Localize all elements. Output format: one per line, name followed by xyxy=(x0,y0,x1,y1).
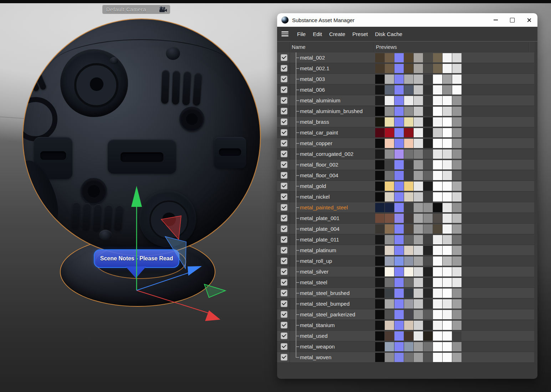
material-name[interactable]: metal_003 xyxy=(300,74,325,84)
material-name[interactable]: metal_painted_steel xyxy=(300,202,348,213)
material-row[interactable]: metal_woven xyxy=(277,352,534,363)
maximize-button[interactable] xyxy=(504,13,521,27)
row-checkbox[interactable] xyxy=(281,172,287,179)
material-row[interactable]: metal_006 xyxy=(277,85,534,95)
minimize-button[interactable] xyxy=(487,13,504,27)
menu-create[interactable]: Create xyxy=(326,31,349,37)
material-name[interactable]: metal_weapon xyxy=(300,341,335,352)
row-checkbox[interactable] xyxy=(281,354,287,361)
row-checkbox[interactable] xyxy=(281,193,287,200)
row-checkbox[interactable] xyxy=(281,343,287,350)
material-row[interactable]: metal_steel_parkerized xyxy=(277,309,534,320)
model-sphere[interactable] xyxy=(22,19,261,256)
material-name[interactable]: metal_corrugated_002 xyxy=(300,149,353,159)
close-button[interactable] xyxy=(521,13,537,27)
material-name[interactable]: metal_plate_004 xyxy=(300,224,340,234)
material-row[interactable]: metal_aluminium xyxy=(277,95,534,106)
material-name[interactable]: metal_floor_002 xyxy=(300,159,338,170)
material-row[interactable]: metal_002 xyxy=(277,52,534,63)
material-row[interactable]: metal_silver xyxy=(277,266,534,277)
material-row[interactable]: metal_steel_brushed xyxy=(277,288,534,299)
material-row[interactable]: metal_aluminium_brushed xyxy=(277,106,534,117)
material-row[interactable]: metal_copper xyxy=(277,138,534,149)
row-checkbox[interactable] xyxy=(281,76,287,82)
material-name[interactable]: metal_silver xyxy=(300,266,328,277)
row-checkbox[interactable] xyxy=(281,129,287,136)
row-checkbox[interactable] xyxy=(281,236,287,243)
material-name[interactable]: metal_002 xyxy=(300,52,325,63)
material-name[interactable]: metal_car_paint xyxy=(300,127,338,138)
row-checkbox[interactable] xyxy=(281,322,287,329)
menu-preset[interactable]: Preset xyxy=(349,31,371,37)
material-name[interactable]: metal_copper xyxy=(300,138,332,148)
material-name[interactable]: metal_floor_004 xyxy=(300,170,338,180)
row-checkbox[interactable] xyxy=(281,151,287,157)
hamburger-menu-icon[interactable] xyxy=(281,31,289,36)
material-row[interactable]: metal_plate_001 xyxy=(277,213,534,224)
camera-label[interactable]: Default Camera xyxy=(103,5,170,14)
material-name[interactable]: metal_woven xyxy=(300,352,331,362)
material-name[interactable]: metal_steel xyxy=(300,277,327,287)
material-row[interactable]: metal_steel xyxy=(277,277,534,288)
row-checkbox[interactable] xyxy=(281,247,287,254)
material-name[interactable]: metal_nickel xyxy=(300,192,330,202)
material-row[interactable]: metal_brass xyxy=(277,117,534,127)
material-row[interactable]: metal_plate_004 xyxy=(277,224,534,234)
material-name[interactable]: metal_aluminium xyxy=(300,95,340,106)
material-name[interactable]: metal_platinum xyxy=(300,245,336,255)
material-row[interactable]: metal_floor_004 xyxy=(277,170,534,181)
material-name[interactable]: metal_roll_up xyxy=(300,256,332,266)
material-row[interactable]: metal_002.1 xyxy=(277,63,534,74)
material-row[interactable]: metal_corrugated_002 xyxy=(277,149,534,159)
material-name[interactable]: metal_titanium xyxy=(300,320,335,330)
row-checkbox[interactable] xyxy=(281,108,287,114)
material-row[interactable]: metal_weapon xyxy=(277,341,534,352)
row-checkbox[interactable] xyxy=(281,225,287,232)
material-row[interactable]: metal_003 xyxy=(277,74,534,85)
material-name[interactable]: metal_plate_011 xyxy=(300,234,339,245)
material-name[interactable]: metal_002.1 xyxy=(300,63,330,73)
column-header-previews[interactable]: Previews xyxy=(376,42,397,52)
material-name[interactable]: metal_plate_001 xyxy=(300,213,340,223)
material-name[interactable]: metal_used xyxy=(300,331,328,341)
material-row[interactable]: metal_car_paint xyxy=(277,127,534,138)
material-row[interactable]: metal_steel_bumped xyxy=(277,299,534,309)
material-name[interactable]: metal_steel_parkerized xyxy=(300,309,355,320)
row-checkbox[interactable] xyxy=(281,268,287,275)
material-row[interactable]: metal_nickel xyxy=(277,192,534,202)
material-name[interactable]: metal_006 xyxy=(300,85,325,95)
row-checkbox[interactable] xyxy=(281,290,287,296)
material-row[interactable]: metal_titanium xyxy=(277,320,534,331)
row-checkbox[interactable] xyxy=(281,258,287,264)
material-row[interactable]: metal_used xyxy=(277,331,534,341)
material-name[interactable]: metal_gold xyxy=(300,181,326,191)
material-row[interactable]: metal_painted_steel xyxy=(277,202,534,213)
row-checkbox[interactable] xyxy=(281,54,287,61)
material-row[interactable]: metal_plate_011 xyxy=(277,234,534,245)
material-name[interactable]: metal_steel_brushed xyxy=(300,288,350,298)
menu-disk-cache[interactable]: Disk Cache xyxy=(371,31,406,37)
material-name[interactable]: metal_aluminium_brushed xyxy=(300,106,363,116)
row-checkbox[interactable] xyxy=(281,332,287,339)
row-checkbox[interactable] xyxy=(281,311,287,318)
row-checkbox[interactable] xyxy=(281,65,287,72)
menu-file[interactable]: File xyxy=(294,31,309,37)
row-checkbox[interactable] xyxy=(281,183,287,189)
row-checkbox[interactable] xyxy=(281,86,287,93)
row-checkbox[interactable] xyxy=(281,118,287,125)
row-checkbox[interactable] xyxy=(281,204,287,211)
row-checkbox[interactable] xyxy=(281,215,287,222)
menu-edit[interactable]: Edit xyxy=(309,31,326,37)
row-checkbox[interactable] xyxy=(281,140,287,147)
material-name[interactable]: metal_steel_bumped xyxy=(300,299,350,309)
column-header-name[interactable]: Name xyxy=(292,42,306,52)
material-row[interactable]: metal_floor_002 xyxy=(277,159,534,170)
row-checkbox[interactable] xyxy=(281,161,287,168)
window-titlebar[interactable]: Substance Asset Manager xyxy=(277,13,537,27)
material-row[interactable]: metal_roll_up xyxy=(277,256,534,266)
material-row[interactable]: metal_gold xyxy=(277,181,534,192)
row-checkbox[interactable] xyxy=(281,300,287,307)
row-checkbox[interactable] xyxy=(281,97,287,104)
material-name[interactable]: metal_brass xyxy=(300,117,329,127)
row-checkbox[interactable] xyxy=(281,279,287,286)
